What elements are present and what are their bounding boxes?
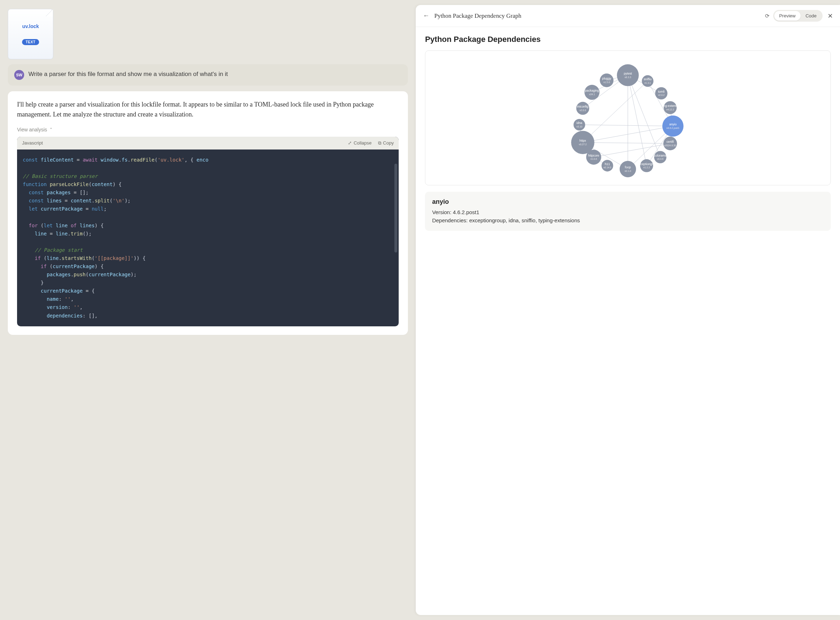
- svg-text:v2.0.2: v2.0.2: [658, 94, 665, 96]
- artifact-title: Python Package Dependency Graph: [434, 12, 760, 20]
- artifact-body: Python Package Dependencies pytestv8.3.3…: [416, 27, 840, 239]
- selected-package-name: anyio: [432, 198, 823, 206]
- user-text: Write a parser for this file format and …: [29, 70, 228, 78]
- code-block: Javascript ⤢ Collapse ⧉ Copy const fileC…: [17, 137, 399, 327]
- svg-text:v1.5.0: v1.5.0: [603, 81, 610, 83]
- view-toggle: Preview Code: [773, 10, 823, 22]
- svg-text:v0.1.0: v0.1.0: [625, 170, 632, 172]
- page-title: Python Package Dependencies: [425, 35, 831, 44]
- svg-text:idna: idna: [576, 121, 582, 125]
- svg-text:v2024.8.30: v2024.8.30: [665, 144, 677, 147]
- view-analysis-label: View analysis: [17, 127, 47, 132]
- svg-text:v8.3.3: v8.3.3: [625, 76, 632, 78]
- svg-text:v0.27.2: v0.27.2: [579, 143, 587, 146]
- preview-tab[interactable]: Preview: [774, 11, 801, 21]
- svg-text:certifi: certifi: [667, 140, 674, 143]
- code-lang: Javascript: [22, 140, 43, 146]
- svg-text:v24.1: v24.1: [589, 93, 595, 96]
- file-type-badge: TEXT: [22, 39, 39, 45]
- svg-text:anyio: anyio: [670, 122, 677, 126]
- svg-text:v4.6.2.post1: v4.6.2.post1: [667, 127, 680, 129]
- svg-text:h11: h11: [605, 162, 610, 166]
- code-body[interactable]: const fileContent = await window.fs.read…: [17, 149, 399, 327]
- svg-text:sniffio: sniffio: [644, 77, 652, 81]
- assistant-message: I'll help create a parser and visualizat…: [8, 91, 408, 335]
- refresh-icon[interactable]: ⟳: [765, 13, 770, 19]
- selected-version: Version: 4.6.2.post1: [432, 208, 823, 217]
- dependency-graph[interactable]: pytestv8.3.3pluggyv1.5.0sniffiov1.3.1pac…: [425, 50, 831, 185]
- svg-line-11: [583, 142, 670, 143]
- scrollbar[interactable]: [394, 164, 397, 253]
- svg-line-5: [628, 75, 647, 166]
- file-attachment[interactable]: uv.lock TEXT: [8, 9, 53, 59]
- svg-text:pytest: pytest: [624, 72, 632, 75]
- chat-panel: uv.lock TEXT SW Write a parser for this …: [0, 0, 416, 620]
- svg-text:colorama: colorama: [654, 154, 667, 157]
- clipboard-icon: ⧉: [378, 140, 381, 146]
- svg-text:v0.4.6: v0.4.6: [657, 158, 664, 160]
- artifact-panel: ← Python Package Dependency Graph ⟳ Prev…: [416, 5, 840, 615]
- svg-text:ceptiongr: ceptiongr: [640, 162, 653, 166]
- svg-text:v1.0.6: v1.0.6: [591, 158, 597, 160]
- collapse-button[interactable]: ⤢ Collapse: [348, 140, 372, 146]
- package-info: anyio Version: 4.6.2.post1 Dependencies:…: [425, 192, 831, 231]
- code-tab[interactable]: Code: [801, 11, 822, 21]
- svg-text:foop: foop: [625, 166, 631, 169]
- selected-deps: Dependencies: exceptiongroup, idna, snif…: [432, 217, 823, 225]
- svg-text:iniconfig: iniconfig: [577, 105, 588, 108]
- svg-text:ng-extens: ng-extens: [664, 104, 677, 108]
- assistant-text: I'll help create a parser and visualizat…: [17, 100, 399, 120]
- svg-text:v1.3.1: v1.3.1: [645, 82, 651, 84]
- chevron-up-icon: ⌃: [50, 127, 53, 132]
- svg-text:httpcore: httpcore: [588, 154, 599, 157]
- avatar: SW: [14, 70, 24, 80]
- copy-button[interactable]: ⧉ Copy: [378, 140, 394, 146]
- back-icon[interactable]: ←: [423, 12, 429, 20]
- close-icon[interactable]: ✕: [828, 12, 833, 20]
- collapse-icon: ⤢: [348, 140, 352, 146]
- svg-text:v0.14.0: v0.14.0: [603, 166, 611, 169]
- svg-text:v3.10: v3.10: [576, 125, 582, 128]
- svg-text:pluggy: pluggy: [602, 77, 612, 80]
- svg-line-4: [628, 75, 660, 157]
- svg-line-7: [579, 125, 673, 126]
- svg-text:v1.2.2: v1.2.2: [644, 166, 650, 169]
- svg-text:httpx: httpx: [579, 139, 586, 142]
- code-header: Javascript ⤢ Collapse ⧉ Copy: [17, 137, 399, 149]
- svg-text:v2.0.0: v2.0.0: [579, 109, 586, 111]
- file-name: uv.lock: [22, 23, 39, 29]
- view-analysis-toggle[interactable]: View analysis ⌃: [17, 127, 399, 132]
- svg-text:tomli: tomli: [658, 90, 665, 93]
- user-message: SW Write a parser for this file format a…: [8, 64, 408, 86]
- artifact-header: ← Python Package Dependency Graph ⟳ Prev…: [416, 5, 840, 27]
- svg-text:v4.12.2: v4.12.2: [666, 108, 674, 111]
- svg-text:packaging: packaging: [585, 89, 599, 92]
